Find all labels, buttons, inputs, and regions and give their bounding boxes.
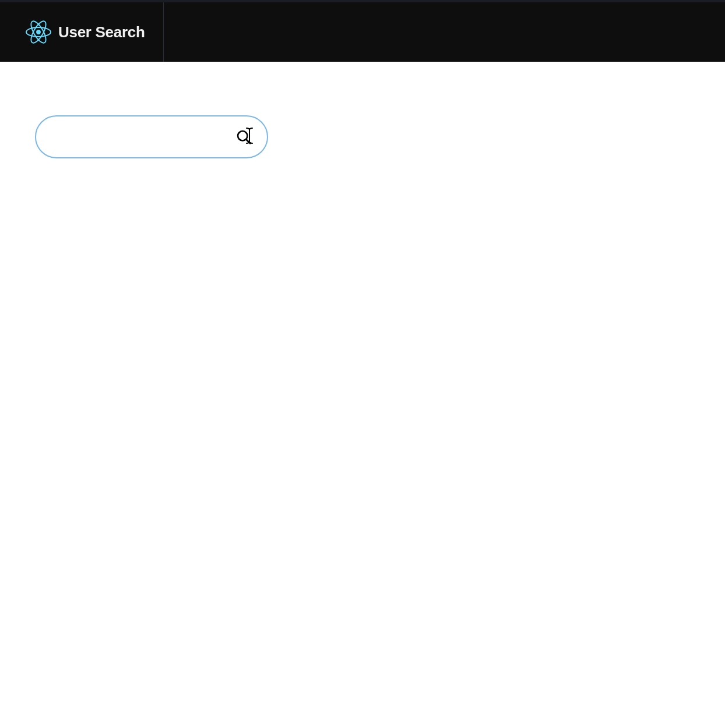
app-header: User Search [0, 2, 725, 62]
svg-point-0 [36, 30, 41, 34]
main-content [0, 62, 725, 728]
search-input[interactable] [35, 115, 268, 158]
react-logo-icon [26, 19, 51, 45]
search-container [35, 115, 268, 158]
app-title: User Search [58, 23, 145, 41]
header-brand: User Search [26, 2, 164, 62]
